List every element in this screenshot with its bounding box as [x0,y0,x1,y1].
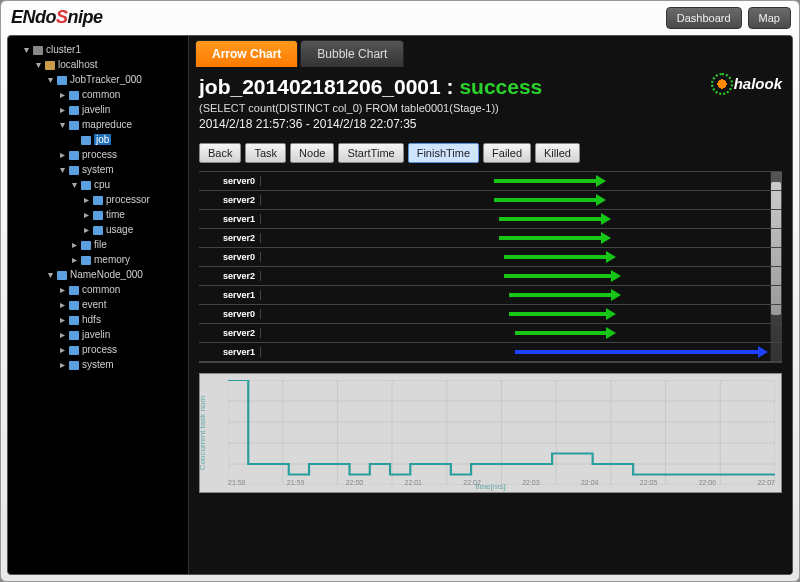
arrow-row-label: server0 [199,176,261,186]
folder-icon [93,196,103,205]
task-arrow[interactable] [499,232,611,244]
tree-item[interactable]: event [82,299,106,310]
chart-tabs: Arrow Chart Bubble Chart [189,36,792,67]
job-query: (SELECT count(DISTINCT col_0) FROM table… [199,102,542,114]
task-arrow[interactable] [494,194,606,206]
task-arrow[interactable] [494,175,606,187]
chart-tick: 22:00 [346,479,364,486]
chart-tick: 22:06 [699,479,717,486]
arrow-row: server0 [199,172,782,191]
tree-item-job[interactable]: job [94,134,111,145]
folder-icon [69,106,79,115]
arrow-row-label: server1 [199,214,261,224]
folder-icon [69,166,79,175]
tree-item[interactable]: common [82,284,120,295]
chart-tick: 22:03 [522,479,540,486]
task-arrow[interactable] [515,327,616,339]
task-arrow[interactable] [499,213,611,225]
app-logo: ENdoSnipe [11,7,103,28]
folder-icon [69,331,79,340]
host-icon [45,61,55,70]
task-arrow[interactable] [509,289,621,301]
tree-item[interactable]: mapreduce [82,119,132,130]
arrow-row-label: server1 [199,290,261,300]
halook-logo: halook [714,75,782,92]
arrow-row-label: server2 [199,233,261,243]
sort-controls: Back Task Node StartTime FinishTime Fail… [199,143,782,163]
cluster-icon [33,46,43,55]
tree-item[interactable]: process [82,149,117,160]
failed-button[interactable]: Failed [483,143,531,163]
chart-tick: 21:59 [287,479,305,486]
tree-item[interactable]: system [82,359,114,370]
tree-namenode[interactable]: NameNode_000 [70,269,143,280]
tab-arrow-chart[interactable]: Arrow Chart [195,40,298,67]
arrow-row: server2 [199,229,782,248]
chart-tick: 22:07 [757,479,775,486]
folder-icon [93,226,103,235]
folder-icon [81,136,91,145]
arrow-row-label: server2 [199,328,261,338]
tree-item[interactable]: cpu [94,179,110,190]
folder-icon [69,121,79,130]
folder-icon [81,256,91,265]
tree-item[interactable]: processor [106,194,150,205]
task-arrow[interactable] [504,270,621,282]
node-button[interactable]: Node [290,143,334,163]
folder-icon [69,361,79,370]
tree-item[interactable]: javelin [82,104,110,115]
folder-icon [57,76,67,85]
tree-jobtracker[interactable]: JobTracker_000 [70,74,142,85]
finishtime-button[interactable]: FinishTime [408,143,479,163]
map-button[interactable]: Map [748,7,791,29]
folder-icon [69,346,79,355]
chart-xlabel: time[ms] [475,482,505,491]
arrow-row: server0 [199,248,782,267]
folder-icon [69,286,79,295]
arrow-row-label: server2 [199,271,261,281]
job-title: job_201402181206_0001 : success [199,75,542,99]
folder-icon [69,151,79,160]
tree-item[interactable]: hdfs [82,314,101,325]
arrow-row: server0 [199,305,782,324]
arrow-row: server2 [199,191,782,210]
chart-tick: 22:01 [404,479,422,486]
task-button[interactable]: Task [245,143,286,163]
arrow-row: server2 [199,267,782,286]
folder-icon [81,181,91,190]
arrow-row: server2 [199,324,782,343]
tree-host[interactable]: localhost [58,59,97,70]
tab-bubble-chart[interactable]: Bubble Chart [300,40,404,67]
back-button[interactable]: Back [199,143,241,163]
concurrent-tasks-chart: Concurrent task num 21:5821:5922:0022:01… [199,373,782,493]
tree-item[interactable]: memory [94,254,130,265]
folder-icon [69,316,79,325]
task-arrow[interactable] [509,308,615,320]
sun-icon [714,76,730,92]
folder-icon [93,211,103,220]
tree-item[interactable]: javelin [82,329,110,340]
starttime-button[interactable]: StartTime [338,143,403,163]
tree-item[interactable]: system [82,164,114,175]
arrow-row-label: server0 [199,252,261,262]
chart-tick: 21:58 [228,479,246,486]
killed-button[interactable]: Killed [535,143,580,163]
tree-item[interactable]: process [82,344,117,355]
dashboard-button[interactable]: Dashboard [666,7,742,29]
arrow-row-label: server1 [199,347,261,357]
arrow-row: server1 [199,286,782,305]
arrow-row: server1 [199,210,782,229]
tree-cluster[interactable]: cluster1 [46,44,81,55]
chart-tick: 22:04 [581,479,599,486]
job-status: success [459,75,542,98]
tree-item[interactable]: usage [106,224,133,235]
tree-item[interactable]: file [94,239,107,250]
task-arrow[interactable] [504,251,616,263]
arrow-row-label: server2 [199,195,261,205]
folder-icon [57,271,67,280]
tree-item[interactable]: time [106,209,125,220]
task-arrow[interactable] [515,346,769,358]
nav-tree[interactable]: ▾cluster1 ▾localhost ▾JobTracker_000 ▸co… [8,36,188,574]
chart-tick: 22:05 [640,479,658,486]
tree-item[interactable]: common [82,89,120,100]
